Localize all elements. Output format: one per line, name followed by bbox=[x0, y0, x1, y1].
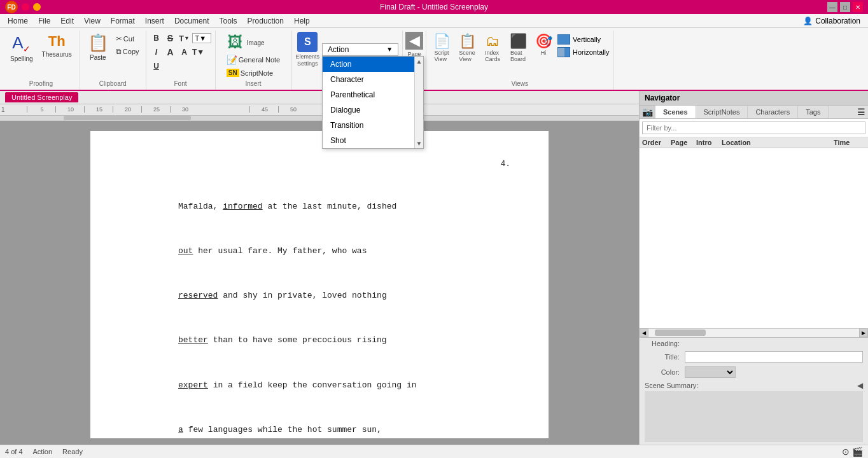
script-view-icon: 📄 bbox=[433, 33, 451, 50]
navigator-header: Navigator bbox=[640, 91, 868, 106]
restore-button[interactable]: □ bbox=[840, 2, 850, 12]
menu-view[interactable]: View bbox=[79, 15, 106, 27]
horizontal-scroll[interactable] bbox=[0, 116, 639, 121]
scene-summary-area[interactable] bbox=[645, 391, 863, 442]
status-icon-film[interactable]: 🎬 bbox=[852, 447, 863, 457]
doc-tab-item[interactable]: Untitled Screenplay bbox=[5, 92, 78, 102]
strikethrough-button[interactable]: S bbox=[164, 32, 177, 45]
page-scroll[interactable]: 4. Mafalda, informed at the last minute,… bbox=[0, 121, 639, 445]
status-text: Ready bbox=[62, 448, 83, 455]
script-view-button[interactable]: 📄 ScriptView bbox=[430, 32, 453, 64]
vertically-button[interactable]: Vertically bbox=[557, 34, 609, 45]
scene-view-button[interactable]: 📋 SceneView bbox=[456, 32, 479, 64]
menu-bar: Home File Edit View Format Insert Docume… bbox=[0, 14, 868, 28]
cut-button[interactable]: ✂ Cut bbox=[113, 33, 142, 45]
title-input[interactable] bbox=[685, 351, 863, 363]
nav-tab-characters[interactable]: Characters bbox=[748, 106, 798, 118]
minimize-button[interactable]: — bbox=[827, 2, 837, 12]
status-icon-circle[interactable]: ⊙ bbox=[842, 447, 850, 457]
menu-help[interactable]: Help bbox=[289, 15, 315, 27]
nav-icon-btn[interactable]: 📷 bbox=[640, 106, 655, 118]
beat-board-icon: ⬛ bbox=[510, 33, 527, 50]
nav-content[interactable] bbox=[640, 148, 868, 328]
col-location: Location bbox=[722, 139, 834, 146]
menu-format[interactable]: Format bbox=[106, 15, 140, 27]
copy-button[interactable]: ⧉ Copy bbox=[113, 46, 142, 57]
dropdown-item-dialogue[interactable]: Dialogue bbox=[323, 102, 414, 118]
dropdown-item-character[interactable]: Character bbox=[323, 72, 414, 87]
close-button[interactable]: ✕ bbox=[853, 2, 863, 12]
scene-summary-expand[interactable]: ◀ bbox=[857, 381, 863, 390]
size-up-button[interactable]: A bbox=[164, 46, 177, 59]
menu-tools[interactable]: Tools bbox=[214, 15, 242, 27]
navigator-tabs: 📷 Scenes ScriptNotes Characters Tags ☰ bbox=[640, 106, 868, 119]
menu-production[interactable]: Production bbox=[242, 15, 289, 27]
paste-button[interactable]: 📋 Paste bbox=[84, 32, 112, 62]
font-size-dropdown[interactable]: T▼ bbox=[192, 33, 211, 43]
ruler: 1 5 10 15 20 25 30 45 50 bbox=[0, 104, 639, 116]
cut-icon: ✂ bbox=[116, 34, 122, 43]
filter-input[interactable] bbox=[642, 121, 865, 134]
doc-area: Untitled Screenplay 1 5 10 15 20 25 30 4… bbox=[0, 91, 639, 445]
app-logo: FD bbox=[5, 1, 18, 13]
bold-button[interactable]: B bbox=[150, 32, 163, 45]
horizontally-button[interactable]: Horizontally bbox=[557, 47, 609, 57]
elements-settings-button[interactable]: S ElementsSettings bbox=[296, 32, 320, 67]
action-dropdown-btn[interactable]: Action ▼ bbox=[322, 43, 398, 56]
collaboration-label[interactable]: Collaboration bbox=[815, 17, 860, 25]
nav-tab-scriptnotes[interactable]: ScriptNotes bbox=[696, 106, 748, 118]
color-picker[interactable] bbox=[685, 366, 736, 378]
size-down-button[interactable]: A bbox=[178, 46, 191, 59]
nav-scrollbar-inner bbox=[648, 329, 859, 337]
font-more-button[interactable]: T▼ bbox=[192, 46, 205, 59]
color-label: Color: bbox=[645, 368, 680, 376]
nav-tab-tags[interactable]: Tags bbox=[798, 106, 829, 118]
ribbon-group-clipboard: 📋 Paste ✂ Cut ⧉ Copy Clipboard bbox=[80, 31, 146, 90]
dropdown-item-action[interactable]: Action bbox=[323, 57, 414, 72]
nav-scroll-right[interactable]: ▶ bbox=[859, 328, 868, 337]
note-icon: 📝 bbox=[227, 55, 237, 65]
menu-home[interactable]: Home bbox=[3, 15, 33, 27]
font-color-button[interactable]: T ▼ bbox=[178, 32, 191, 45]
title-bar: FD Final Draft - Untitled Screenplay — □… bbox=[0, 0, 868, 14]
index-cards-button[interactable]: 🗂 IndexCards bbox=[481, 32, 504, 64]
action-dropdown[interactable]: Action ▼ Action Character Parenthetical … bbox=[322, 43, 398, 56]
menu-file[interactable]: File bbox=[33, 15, 55, 27]
col-intro: Intro bbox=[696, 139, 722, 146]
minimize-btn[interactable] bbox=[22, 3, 29, 11]
doc-tab: Untitled Screenplay bbox=[0, 91, 639, 104]
italic-button[interactable]: I bbox=[150, 46, 163, 59]
nav-tab-scenes[interactable]: Scenes bbox=[655, 106, 696, 118]
maximize-btn[interactable] bbox=[33, 3, 41, 11]
color-select[interactable] bbox=[685, 367, 735, 377]
col-time: Time bbox=[834, 139, 865, 146]
general-note-button[interactable]: 📝 General Note bbox=[224, 53, 283, 66]
spelling-button[interactable]: A✓ Spelling bbox=[6, 32, 37, 64]
nav-scroll-left[interactable]: ◀ bbox=[640, 328, 648, 337]
menu-document[interactable]: Document bbox=[169, 15, 214, 27]
nav-expand-btn[interactable]: ☰ bbox=[855, 106, 868, 118]
script-note-button[interactable]: SN ScriptNote bbox=[224, 67, 276, 78]
nav-scrollbar[interactable]: ◀ ▶ bbox=[640, 328, 868, 337]
dropdown-arrow-icon: ▼ bbox=[386, 46, 393, 53]
ribbon-group-views: 📄 ScriptView 📋 SceneView 🗂 IndexCards ⬛ … bbox=[426, 31, 613, 90]
page-nav-btn[interactable]: ◀ bbox=[405, 32, 423, 50]
title-label: Title: bbox=[645, 353, 680, 361]
hi-button[interactable]: 🎯 Hi bbox=[532, 32, 555, 57]
dropdown-scroll-down[interactable]: ▼ bbox=[415, 139, 424, 148]
paste-icon: 📋 bbox=[88, 33, 108, 53]
underline-button[interactable]: U bbox=[150, 60, 163, 73]
script-note-icon: SN bbox=[227, 69, 239, 77]
menu-insert[interactable]: Insert bbox=[140, 15, 169, 27]
thesaurus-button[interactable]: Th Thesaurus bbox=[38, 32, 76, 59]
dropdown-item-transition[interactable]: Transition bbox=[323, 118, 414, 133]
col-order: Order bbox=[642, 139, 671, 146]
beat-board-button[interactable]: ⬛ BeatBoard bbox=[507, 32, 529, 64]
image-button[interactable]: 🖼 Image bbox=[224, 32, 269, 52]
dropdown-item-parenthetical[interactable]: Parenthetical bbox=[323, 87, 414, 102]
menu-edit[interactable]: Edit bbox=[55, 15, 79, 27]
dropdown-scroll-up[interactable]: ▲ bbox=[415, 57, 424, 66]
dropdown-item-shot[interactable]: Shot bbox=[323, 133, 414, 148]
ribbon-group-font: B S T ▼ T▼ I A A T▼ U Font bbox=[146, 31, 216, 90]
copy-icon: ⧉ bbox=[116, 47, 122, 56]
